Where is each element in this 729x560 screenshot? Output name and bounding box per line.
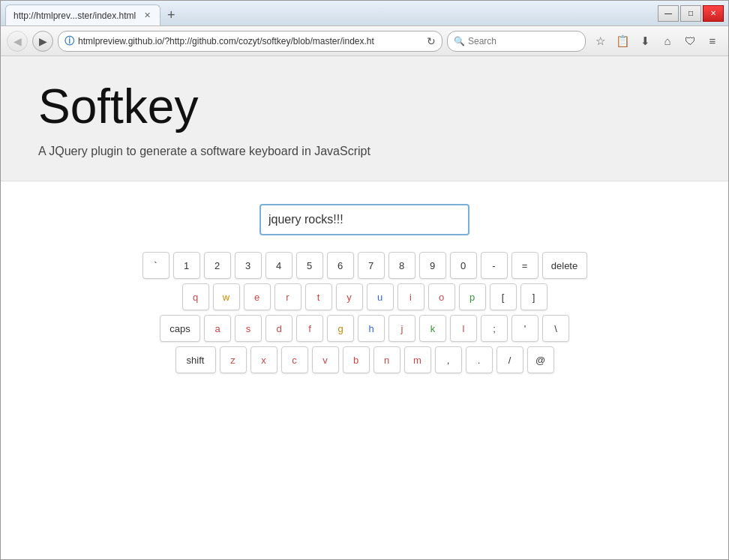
browser-tab[interactable]: http://htmlprev...ster/index.html ✕ (5, 4, 160, 25)
page-header: Softkey A JQuery plugin to generate a so… (1, 56, 728, 181)
page-subtitle: A JQuery plugin to generate a software k… (38, 145, 691, 158)
key-g[interactable]: g (327, 315, 354, 342)
key-f[interactable]: f (296, 315, 323, 342)
key-backslash[interactable]: \ (542, 315, 569, 342)
reader-icon[interactable]: 📋 (613, 31, 632, 51)
key-r[interactable]: r (274, 283, 302, 310)
address-bar[interactable]: ⓘ htmlpreview.github.io/?http://github.c… (58, 31, 442, 52)
key-s[interactable]: s (235, 315, 262, 342)
key-x[interactable]: x (250, 346, 278, 373)
key-delete[interactable]: delete (542, 252, 587, 279)
key-4[interactable]: 4 (266, 252, 292, 279)
key-open-bracket[interactable]: [ (490, 283, 517, 310)
key-caps[interactable]: caps (160, 315, 200, 342)
key-b[interactable]: b (343, 346, 370, 373)
key-k[interactable]: k (419, 315, 446, 342)
key-n[interactable]: n (374, 346, 400, 373)
title-bar: http://htmlprev...ster/index.html ✕ + — … (1, 1, 728, 26)
address-text: htmlpreview.github.io/?http://github.com… (78, 36, 423, 46)
key-comma[interactable]: , (435, 346, 462, 373)
close-button[interactable]: ✕ (703, 5, 724, 22)
search-bar[interactable]: 🔍 (447, 31, 586, 52)
nav-icons: ☆ 📋 ⬇ ⌂ 🛡 ≡ (590, 31, 722, 51)
menu-icon[interactable]: ≡ (703, 31, 722, 51)
key-l[interactable]: l (450, 315, 477, 342)
key-u[interactable]: u (367, 283, 394, 310)
key-backtick[interactable]: ` (142, 252, 170, 279)
key-equals[interactable]: = (512, 252, 538, 279)
key-row-4: shift z x c v b n m , . / @ (176, 346, 554, 373)
key-a[interactable]: a (204, 315, 231, 342)
key-7[interactable]: 7 (358, 252, 385, 279)
key-period[interactable]: . (466, 346, 493, 373)
window-controls: — □ ✕ (658, 5, 724, 22)
key-2[interactable]: 2 (204, 252, 231, 279)
key-row-3: caps a s d f g h j k l ; ' \ (160, 315, 569, 342)
key-0[interactable]: 0 (450, 252, 477, 279)
software-keyboard: ` 1 2 3 4 5 6 7 8 9 0 - = delete (142, 252, 587, 373)
key-apostrophe[interactable]: ' (512, 315, 538, 342)
maximize-button[interactable]: □ (680, 5, 701, 22)
key-row-2: q w e r t y u i o p [ ] (182, 283, 548, 310)
key-p[interactable]: p (459, 283, 486, 310)
key-h[interactable]: h (358, 315, 385, 342)
key-close-bracket[interactable]: ] (520, 283, 548, 310)
demo-input[interactable] (260, 204, 470, 235)
info-icon: ⓘ (64, 34, 74, 48)
key-8[interactable]: 8 (388, 252, 416, 279)
bookmark-icon[interactable]: ☆ (590, 31, 610, 51)
key-t[interactable]: t (305, 283, 332, 310)
tab-label: http://htmlprev...ster/index.html (14, 10, 136, 21)
key-e[interactable]: e (244, 283, 271, 310)
key-semicolon[interactable]: ; (481, 315, 508, 342)
key-q[interactable]: q (182, 283, 209, 310)
new-tab-button[interactable]: + (160, 4, 182, 25)
key-j[interactable]: j (388, 315, 416, 342)
key-o[interactable]: o (428, 283, 455, 310)
tab-bar: http://htmlprev...ster/index.html ✕ + (5, 1, 655, 25)
tab-close-btn[interactable]: ✕ (142, 10, 152, 21)
download-icon[interactable]: ⬇ (635, 31, 655, 51)
keyboard-demo: ` 1 2 3 4 5 6 7 8 9 0 - = delete (1, 181, 728, 396)
search-input[interactable] (468, 36, 580, 46)
key-z[interactable]: z (220, 346, 247, 373)
key-row-1: ` 1 2 3 4 5 6 7 8 9 0 - = delete (142, 252, 587, 279)
key-slash[interactable]: / (496, 346, 524, 373)
key-i[interactable]: i (398, 283, 424, 310)
key-9[interactable]: 9 (419, 252, 446, 279)
key-d[interactable]: d (266, 315, 292, 342)
key-minus[interactable]: - (481, 252, 508, 279)
forward-button[interactable]: ▶ (32, 31, 53, 52)
home-icon[interactable]: ⌂ (658, 31, 677, 51)
key-at[interactable]: @ (527, 346, 554, 373)
browser-window: http://htmlprev...ster/index.html ✕ + — … (0, 0, 729, 560)
key-w[interactable]: w (213, 283, 240, 310)
key-c[interactable]: c (281, 346, 308, 373)
search-icon: 🔍 (454, 36, 465, 46)
navigation-bar: ◀ ▶ ⓘ htmlpreview.github.io/?http://gith… (1, 26, 728, 56)
key-m[interactable]: m (404, 346, 431, 373)
page-content: Softkey A JQuery plugin to generate a so… (1, 56, 728, 559)
key-3[interactable]: 3 (235, 252, 262, 279)
key-1[interactable]: 1 (173, 252, 200, 279)
key-v[interactable]: v (312, 346, 339, 373)
minimize-button[interactable]: — (658, 5, 679, 22)
key-5[interactable]: 5 (296, 252, 323, 279)
key-y[interactable]: y (336, 283, 363, 310)
back-button[interactable]: ◀ (7, 31, 28, 52)
key-shift[interactable]: shift (176, 346, 216, 373)
reload-button[interactable]: ↻ (427, 35, 436, 47)
page-title: Softkey (38, 79, 691, 134)
shield-icon[interactable]: 🛡 (680, 31, 700, 51)
key-6[interactable]: 6 (327, 252, 354, 279)
